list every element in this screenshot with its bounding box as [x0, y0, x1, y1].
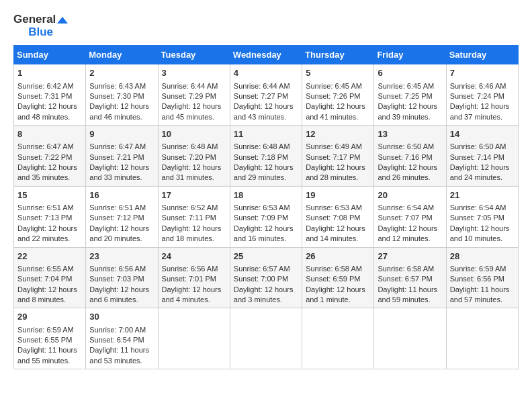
sunrise: Sunrise: 6:48 AM: [162, 142, 218, 150]
day-number: 29: [17, 311, 82, 323]
calendar-cell: 16Sunrise: 6:51 AMSunset: 7:12 PMDayligh…: [86, 186, 158, 247]
calendar-cell: 19Sunrise: 6:53 AMSunset: 7:08 PMDayligh…: [302, 186, 374, 247]
sunset: Sunset: 6:56 PM: [450, 275, 504, 283]
sunrise: Sunrise: 6:47 AM: [89, 142, 146, 150]
daylight: Daylight: 12 hours and 43 minutes.: [234, 102, 294, 120]
daylight: Daylight: 11 hours and 57 minutes.: [450, 285, 510, 304]
day-number: 26: [306, 250, 370, 263]
sunrise: Sunrise: 6:59 AM: [17, 326, 74, 334]
daylight: Daylight: 12 hours and 24 minutes.: [450, 163, 510, 181]
daylight: Daylight: 12 hours and 26 minutes.: [378, 163, 437, 181]
sunset: Sunset: 6:54 PM: [89, 336, 144, 344]
calendar-cell: 6Sunrise: 6:45 AMSunset: 7:25 PMDaylight…: [374, 64, 446, 126]
calendar-cell: 1Sunrise: 6:42 AMSunset: 7:31 PMDaylight…: [14, 64, 86, 126]
calendar-cell: [446, 308, 518, 369]
sunrise: Sunrise: 6:45 AM: [378, 82, 434, 90]
day-number: 16: [89, 189, 154, 201]
calendar-cell: 4Sunrise: 6:44 AMSunset: 7:27 PMDaylight…: [230, 64, 302, 126]
sunrise: Sunrise: 6:57 AM: [234, 265, 290, 273]
calendar-cell: 20Sunrise: 6:54 AMSunset: 7:07 PMDayligh…: [374, 186, 446, 247]
sunset: Sunset: 6:59 PM: [306, 275, 360, 283]
sunset: Sunset: 7:30 PM: [89, 92, 144, 100]
daylight: Daylight: 12 hours and 39 minutes.: [378, 102, 437, 120]
daylight: Daylight: 12 hours and 22 minutes.: [17, 224, 77, 242]
day-number: 7: [450, 67, 515, 79]
sunrise: Sunrise: 6:45 AM: [306, 82, 362, 90]
daylight: Daylight: 12 hours and 46 minutes.: [89, 102, 149, 120]
sunset: Sunset: 7:26 PM: [306, 92, 360, 100]
sunrise: Sunrise: 6:46 AM: [450, 82, 506, 90]
sunrise: Sunrise: 6:54 AM: [450, 203, 506, 212]
day-number: 18: [234, 189, 298, 201]
daylight: Daylight: 12 hours and 37 minutes.: [450, 102, 510, 120]
day-number: 27: [378, 250, 442, 263]
day-number: 3: [162, 67, 226, 79]
calendar-cell: 15Sunrise: 6:51 AMSunset: 7:13 PMDayligh…: [14, 186, 86, 247]
column-header-sunday: Sunday: [14, 46, 86, 64]
calendar-cell: [230, 308, 302, 369]
page-header: General Blue: [13, 13, 519, 38]
daylight: Daylight: 12 hours and 20 minutes.: [89, 224, 149, 242]
sunset: Sunset: 7:11 PM: [162, 214, 216, 222]
daylight: Daylight: 12 hours and 14 minutes.: [306, 224, 365, 242]
day-number: 28: [450, 250, 515, 263]
sunset: Sunset: 7:31 PM: [17, 92, 72, 100]
sunrise: Sunrise: 6:49 AM: [306, 142, 362, 150]
column-header-wednesday: Wednesday: [230, 46, 302, 64]
sunset: Sunset: 7:12 PM: [89, 214, 144, 222]
day-number: 23: [89, 250, 154, 263]
daylight: Daylight: 12 hours and 18 minutes.: [162, 224, 222, 242]
daylight: Daylight: 12 hours and 29 minutes.: [234, 163, 294, 181]
day-number: 1: [17, 67, 82, 79]
daylight: Daylight: 12 hours and 6 minutes.: [89, 285, 149, 304]
daylight: Daylight: 12 hours and 45 minutes.: [162, 102, 222, 120]
day-number: 20: [378, 189, 442, 201]
sunset: Sunset: 7:17 PM: [306, 153, 360, 161]
daylight: Daylight: 12 hours and 41 minutes.: [306, 102, 365, 120]
calendar-cell: 22Sunrise: 6:55 AMSunset: 7:04 PMDayligh…: [14, 247, 86, 308]
calendar-cell: 12Sunrise: 6:49 AMSunset: 7:17 PMDayligh…: [302, 126, 374, 187]
calendar-cell: 10Sunrise: 6:48 AMSunset: 7:20 PMDayligh…: [158, 126, 230, 187]
sunrise: Sunrise: 6:47 AM: [17, 142, 74, 150]
sunset: Sunset: 7:22 PM: [17, 153, 72, 161]
daylight: Daylight: 12 hours and 16 minutes.: [234, 224, 294, 242]
calendar-table: SundayMondayTuesdayWednesdayThursdayFrid…: [13, 45, 519, 369]
daylight: Daylight: 12 hours and 48 minutes.: [17, 102, 77, 120]
sunrise: Sunrise: 6:44 AM: [162, 82, 218, 90]
column-header-saturday: Saturday: [446, 46, 518, 64]
sunset: Sunset: 7:09 PM: [234, 214, 288, 222]
calendar-cell: 13Sunrise: 6:50 AMSunset: 7:16 PMDayligh…: [374, 126, 446, 187]
column-header-tuesday: Tuesday: [158, 46, 230, 64]
sunset: Sunset: 7:01 PM: [162, 275, 216, 283]
calendar-cell: [302, 308, 374, 369]
calendar-cell: 8Sunrise: 6:47 AMSunset: 7:22 PMDaylight…: [14, 126, 86, 187]
sunset: Sunset: 7:25 PM: [378, 92, 432, 100]
calendar-cell: 11Sunrise: 6:48 AMSunset: 7:18 PMDayligh…: [230, 126, 302, 187]
calendar-cell: [158, 308, 230, 369]
column-header-thursday: Thursday: [302, 46, 374, 64]
sunrise: Sunrise: 6:56 AM: [162, 265, 218, 273]
day-number: 22: [17, 250, 82, 263]
daylight: Daylight: 12 hours and 3 minutes.: [234, 285, 294, 304]
daylight: Daylight: 12 hours and 4 minutes.: [162, 285, 222, 304]
calendar-cell: 2Sunrise: 6:43 AMSunset: 7:30 PMDaylight…: [86, 64, 158, 126]
calendar-cell: 26Sunrise: 6:58 AMSunset: 6:59 PMDayligh…: [302, 247, 374, 308]
day-number: 6: [378, 67, 442, 79]
daylight: Daylight: 12 hours and 28 minutes.: [306, 163, 365, 181]
daylight: Daylight: 11 hours and 59 minutes.: [378, 285, 437, 304]
sunrise: Sunrise: 6:58 AM: [306, 265, 362, 273]
sunrise: Sunrise: 6:53 AM: [306, 203, 362, 212]
sunset: Sunset: 6:55 PM: [17, 336, 72, 344]
sunrise: Sunrise: 6:56 AM: [89, 265, 146, 273]
day-number: 30: [89, 311, 154, 323]
sunset: Sunset: 7:16 PM: [378, 153, 432, 161]
daylight: Daylight: 12 hours and 10 minutes.: [450, 224, 510, 242]
calendar-cell: 30Sunrise: 7:00 AMSunset: 6:54 PMDayligh…: [86, 308, 158, 369]
sunset: Sunset: 7:04 PM: [17, 275, 72, 283]
daylight: Daylight: 12 hours and 31 minutes.: [162, 163, 222, 181]
sunset: Sunset: 7:00 PM: [234, 275, 288, 283]
calendar-header-row: SundayMondayTuesdayWednesdayThursdayFrid…: [14, 46, 519, 64]
sunrise: Sunrise: 6:59 AM: [450, 265, 506, 273]
day-number: 13: [378, 128, 442, 140]
daylight: Daylight: 12 hours and 35 minutes.: [17, 163, 77, 181]
